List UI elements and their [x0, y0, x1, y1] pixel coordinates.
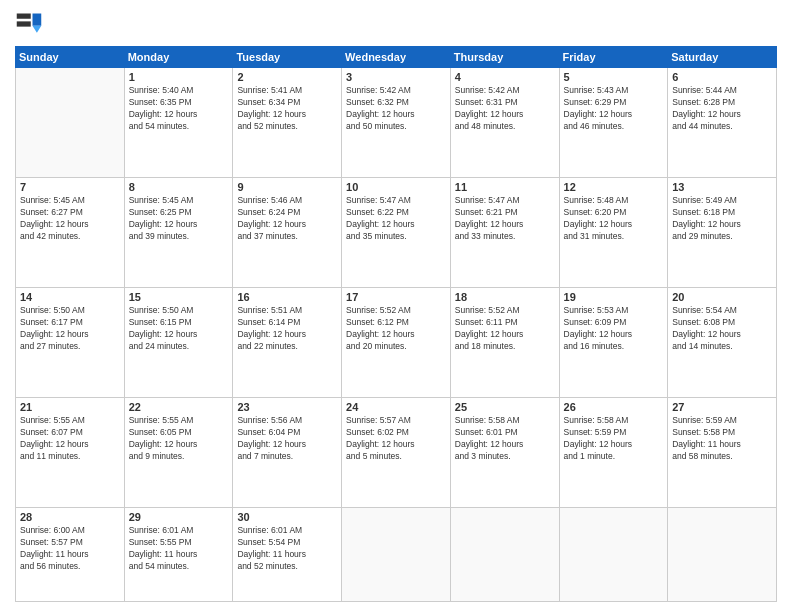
calendar-cell: [450, 508, 559, 602]
weekday-header: Sunday: [16, 47, 125, 68]
calendar-cell: 10Sunrise: 5:47 AMSunset: 6:22 PMDayligh…: [342, 178, 451, 288]
day-number: 23: [237, 401, 337, 413]
day-number: 6: [672, 71, 772, 83]
calendar-cell: 3Sunrise: 5:42 AMSunset: 6:32 PMDaylight…: [342, 68, 451, 178]
day-info: Sunrise: 5:51 AMSunset: 6:14 PMDaylight:…: [237, 305, 337, 353]
day-info: Sunrise: 5:40 AMSunset: 6:35 PMDaylight:…: [129, 85, 229, 133]
day-info: Sunrise: 5:49 AMSunset: 6:18 PMDaylight:…: [672, 195, 772, 243]
weekday-header: Thursday: [450, 47, 559, 68]
day-number: 21: [20, 401, 120, 413]
calendar-cell: 5Sunrise: 5:43 AMSunset: 6:29 PMDaylight…: [559, 68, 668, 178]
day-info: Sunrise: 5:46 AMSunset: 6:24 PMDaylight:…: [237, 195, 337, 243]
day-number: 20: [672, 291, 772, 303]
calendar-cell: 19Sunrise: 5:53 AMSunset: 6:09 PMDayligh…: [559, 288, 668, 398]
calendar-cell: 23Sunrise: 5:56 AMSunset: 6:04 PMDayligh…: [233, 398, 342, 508]
calendar-week-row: 1Sunrise: 5:40 AMSunset: 6:35 PMDaylight…: [16, 68, 777, 178]
day-info: Sunrise: 5:45 AMSunset: 6:25 PMDaylight:…: [129, 195, 229, 243]
weekday-header: Tuesday: [233, 47, 342, 68]
calendar-week-row: 7Sunrise: 5:45 AMSunset: 6:27 PMDaylight…: [16, 178, 777, 288]
calendar-cell: 26Sunrise: 5:58 AMSunset: 5:59 PMDayligh…: [559, 398, 668, 508]
calendar-cell: 13Sunrise: 5:49 AMSunset: 6:18 PMDayligh…: [668, 178, 777, 288]
day-number: 7: [20, 181, 120, 193]
day-number: 27: [672, 401, 772, 413]
calendar-cell: 27Sunrise: 5:59 AMSunset: 5:58 PMDayligh…: [668, 398, 777, 508]
day-info: Sunrise: 5:50 AMSunset: 6:17 PMDaylight:…: [20, 305, 120, 353]
svg-rect-3: [17, 14, 31, 19]
day-info: Sunrise: 5:47 AMSunset: 6:22 PMDaylight:…: [346, 195, 446, 243]
header: [15, 10, 777, 38]
day-info: Sunrise: 6:01 AMSunset: 5:55 PMDaylight:…: [129, 525, 229, 573]
day-info: Sunrise: 5:44 AMSunset: 6:28 PMDaylight:…: [672, 85, 772, 133]
day-number: 9: [237, 181, 337, 193]
day-number: 13: [672, 181, 772, 193]
calendar-cell: 4Sunrise: 5:42 AMSunset: 6:31 PMDaylight…: [450, 68, 559, 178]
svg-marker-1: [33, 14, 42, 26]
calendar-cell: 15Sunrise: 5:50 AMSunset: 6:15 PMDayligh…: [124, 288, 233, 398]
day-number: 14: [20, 291, 120, 303]
svg-rect-4: [17, 21, 31, 26]
day-number: 19: [564, 291, 664, 303]
day-number: 30: [237, 511, 337, 523]
calendar-cell: 29Sunrise: 6:01 AMSunset: 5:55 PMDayligh…: [124, 508, 233, 602]
day-info: Sunrise: 5:41 AMSunset: 6:34 PMDaylight:…: [237, 85, 337, 133]
day-info: Sunrise: 5:52 AMSunset: 6:11 PMDaylight:…: [455, 305, 555, 353]
day-number: 10: [346, 181, 446, 193]
calendar-cell: 30Sunrise: 6:01 AMSunset: 5:54 PMDayligh…: [233, 508, 342, 602]
day-info: Sunrise: 5:58 AMSunset: 5:59 PMDaylight:…: [564, 415, 664, 463]
calendar-week-row: 28Sunrise: 6:00 AMSunset: 5:57 PMDayligh…: [16, 508, 777, 602]
day-info: Sunrise: 5:55 AMSunset: 6:07 PMDaylight:…: [20, 415, 120, 463]
day-info: Sunrise: 5:47 AMSunset: 6:21 PMDaylight:…: [455, 195, 555, 243]
day-info: Sunrise: 6:00 AMSunset: 5:57 PMDaylight:…: [20, 525, 120, 573]
day-info: Sunrise: 5:58 AMSunset: 6:01 PMDaylight:…: [455, 415, 555, 463]
calendar-cell: 22Sunrise: 5:55 AMSunset: 6:05 PMDayligh…: [124, 398, 233, 508]
day-info: Sunrise: 5:50 AMSunset: 6:15 PMDaylight:…: [129, 305, 229, 353]
day-info: Sunrise: 5:56 AMSunset: 6:04 PMDaylight:…: [237, 415, 337, 463]
calendar-cell: [342, 508, 451, 602]
weekday-header: Friday: [559, 47, 668, 68]
calendar-cell: 8Sunrise: 5:45 AMSunset: 6:25 PMDaylight…: [124, 178, 233, 288]
day-info: Sunrise: 5:53 AMSunset: 6:09 PMDaylight:…: [564, 305, 664, 353]
day-number: 17: [346, 291, 446, 303]
day-number: 11: [455, 181, 555, 193]
day-number: 15: [129, 291, 229, 303]
day-number: 4: [455, 71, 555, 83]
calendar-cell: 24Sunrise: 5:57 AMSunset: 6:02 PMDayligh…: [342, 398, 451, 508]
calendar-table: SundayMondayTuesdayWednesdayThursdayFrid…: [15, 46, 777, 602]
day-number: 3: [346, 71, 446, 83]
day-info: Sunrise: 5:42 AMSunset: 6:31 PMDaylight:…: [455, 85, 555, 133]
day-number: 16: [237, 291, 337, 303]
calendar-cell: [668, 508, 777, 602]
day-number: 2: [237, 71, 337, 83]
calendar-cell: 16Sunrise: 5:51 AMSunset: 6:14 PMDayligh…: [233, 288, 342, 398]
logo-icon: [15, 10, 43, 38]
calendar-cell: 9Sunrise: 5:46 AMSunset: 6:24 PMDaylight…: [233, 178, 342, 288]
calendar-cell: 28Sunrise: 6:00 AMSunset: 5:57 PMDayligh…: [16, 508, 125, 602]
logo: [15, 10, 47, 38]
calendar-week-row: 14Sunrise: 5:50 AMSunset: 6:17 PMDayligh…: [16, 288, 777, 398]
calendar-cell: 20Sunrise: 5:54 AMSunset: 6:08 PMDayligh…: [668, 288, 777, 398]
day-info: Sunrise: 5:57 AMSunset: 6:02 PMDaylight:…: [346, 415, 446, 463]
day-info: Sunrise: 5:42 AMSunset: 6:32 PMDaylight:…: [346, 85, 446, 133]
calendar-cell: 12Sunrise: 5:48 AMSunset: 6:20 PMDayligh…: [559, 178, 668, 288]
day-number: 12: [564, 181, 664, 193]
day-number: 22: [129, 401, 229, 413]
calendar-cell: 17Sunrise: 5:52 AMSunset: 6:12 PMDayligh…: [342, 288, 451, 398]
day-info: Sunrise: 5:54 AMSunset: 6:08 PMDaylight:…: [672, 305, 772, 353]
weekday-header-row: SundayMondayTuesdayWednesdayThursdayFrid…: [16, 47, 777, 68]
day-number: 26: [564, 401, 664, 413]
calendar-cell: 2Sunrise: 5:41 AMSunset: 6:34 PMDaylight…: [233, 68, 342, 178]
calendar-cell: 11Sunrise: 5:47 AMSunset: 6:21 PMDayligh…: [450, 178, 559, 288]
calendar-week-row: 21Sunrise: 5:55 AMSunset: 6:07 PMDayligh…: [16, 398, 777, 508]
day-info: Sunrise: 5:59 AMSunset: 5:58 PMDaylight:…: [672, 415, 772, 463]
day-number: 25: [455, 401, 555, 413]
calendar-cell: [559, 508, 668, 602]
calendar-cell: 6Sunrise: 5:44 AMSunset: 6:28 PMDaylight…: [668, 68, 777, 178]
calendar-cell: 18Sunrise: 5:52 AMSunset: 6:11 PMDayligh…: [450, 288, 559, 398]
day-info: Sunrise: 5:48 AMSunset: 6:20 PMDaylight:…: [564, 195, 664, 243]
day-info: Sunrise: 5:43 AMSunset: 6:29 PMDaylight:…: [564, 85, 664, 133]
calendar-cell: 7Sunrise: 5:45 AMSunset: 6:27 PMDaylight…: [16, 178, 125, 288]
weekday-header: Saturday: [668, 47, 777, 68]
weekday-header: Monday: [124, 47, 233, 68]
calendar-cell: 21Sunrise: 5:55 AMSunset: 6:07 PMDayligh…: [16, 398, 125, 508]
day-info: Sunrise: 6:01 AMSunset: 5:54 PMDaylight:…: [237, 525, 337, 573]
